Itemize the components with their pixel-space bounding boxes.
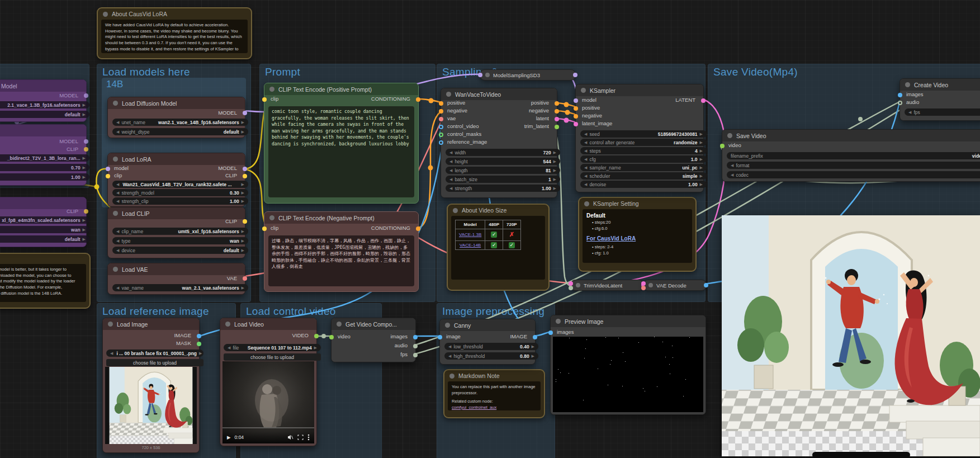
- collapse-dot[interactable]: [581, 88, 586, 93]
- node-load-diffusion-model[interactable]: Load Diffusion Model MODEL ◀unet_namewan…: [107, 97, 245, 138]
- collapse-dot[interactable]: [485, 73, 490, 77]
- widget-strength-clip[interactable]: ◀strength_clip1.00▶: [112, 197, 248, 205]
- widget-clip-name[interactable]: xl_fp8_e4m3fn_scaled.safetensors▶: [0, 216, 89, 224]
- input-port-video[interactable]: [720, 144, 725, 148]
- note-ksampler-setting[interactable]: KSampler Setting Default • steps:20 • cf…: [578, 197, 697, 272]
- widget-strength-model[interactable]: ◀strength_model0.30▶: [112, 189, 248, 196]
- widget-high-threshold[interactable]: ◀high_threshold0.80▶: [444, 352, 538, 360]
- output-port-audio[interactable]: [413, 344, 418, 348]
- widget-type[interactable]: ◀typewan▶: [112, 237, 248, 244]
- node-wanvacetovideo[interactable]: WanVaceToVideo positive negative vae con…: [441, 88, 557, 198]
- result-image-preview[interactable]: [722, 215, 980, 456]
- note-model-choice[interactable]: e 14B model is better, but it takes long…: [0, 253, 91, 309]
- widget-seed[interactable]: ◀seed518569672430081▶: [580, 130, 707, 138]
- upload-button[interactable]: choose file to upload: [106, 359, 203, 366]
- note-markdown[interactable]: Markdown Note You can replace this part …: [443, 369, 545, 418]
- output-port-latent[interactable]: [701, 98, 706, 103]
- output-port-mask[interactable]: [197, 342, 201, 346]
- node-create-video[interactable]: Create Video images audio ◀fps: [899, 78, 980, 121]
- widget-unet-name[interactable]: 2.1_vace_1.3B_fp16.safetensors▶: [0, 101, 89, 108]
- output-port-image[interactable]: [704, 283, 708, 287]
- input-port-vae[interactable]: [439, 117, 443, 121]
- widget-clip-name[interactable]: ◀clip_nameumt5_xxl_fp16.safetensors▶: [112, 228, 248, 235]
- widget-fps[interactable]: ◀fps: [905, 108, 980, 116]
- input-port-negative[interactable]: [439, 109, 443, 114]
- widget-image-file[interactable]: ◀i ... 00 brash face fix 01_00001_.png▶: [106, 350, 203, 357]
- widget-scheduler[interactable]: ◀schedulersimple▶: [580, 172, 707, 180]
- node-preview-image[interactable]: Preview Image images: [550, 315, 706, 415]
- node-modelsamplingsd3-collapsed[interactable]: ModelSamplingSD3: [480, 69, 576, 81]
- output-port-vae[interactable]: [243, 276, 247, 281]
- input-port-negative[interactable]: [574, 114, 578, 119]
- input-port-audio[interactable]: [898, 101, 902, 105]
- collapse-dot[interactable]: [648, 283, 653, 287]
- widget-batch-size[interactable]: ◀batch_size1▶: [446, 176, 560, 183]
- widget-lora-name[interactable]: ◀Wan21_CausVid_14B_T2V_lora_rank32.safet…: [112, 181, 248, 188]
- widget-codec[interactable]: ◀codec: [727, 171, 980, 178]
- collapse-dot[interactable]: [446, 92, 451, 97]
- node-load-video[interactable]: Load Video VIDEO ◀fileSequence 01 107 to…: [220, 318, 317, 446]
- widget-unet-name[interactable]: ◀unet_namewan2.1_vace_14B_fp16.safetenso…: [112, 119, 248, 126]
- output-port-clip[interactable]: [84, 209, 88, 214]
- node-clip-text-encode-negative[interactable]: CLIP Text Encode (Negative Prompt) clip …: [264, 211, 419, 292]
- group-title[interactable]: Load reference image: [102, 305, 209, 318]
- widget-type[interactable]: wan▶: [0, 226, 89, 233]
- preview-toolbar[interactable]: [812, 452, 910, 458]
- node-load-image[interactable]: Load Image IMAGE MASK ◀i ... 00 brash fa…: [102, 318, 200, 453]
- widget-sampler-name[interactable]: ◀sampler_nameuni_pc▶: [580, 164, 707, 171]
- collapse-dot[interactable]: [269, 87, 274, 92]
- input-port-vae[interactable]: [641, 286, 646, 290]
- input-port-control-masks[interactable]: [439, 133, 443, 137]
- collapse-dot[interactable]: [453, 208, 458, 213]
- canny-edge-preview[interactable]: [553, 337, 703, 412]
- output-port-negative[interactable]: [555, 109, 559, 114]
- negative-prompt-textarea[interactable]: 过曝，静态，细节模糊不清，字幕，风格，作品，画作，画面，静止，整体发灰，最差质量…: [268, 235, 414, 286]
- video-controls[interactable]: ▶ 0:04: [222, 431, 314, 443]
- input-port-image[interactable]: [438, 335, 442, 339]
- video-player[interactable]: ▶ 0:04: [222, 361, 314, 443]
- group-title[interactable]: Load models here: [102, 66, 190, 78]
- input-port-clip[interactable]: [106, 174, 110, 178]
- widget-denoise[interactable]: ◀denoise1.00▶: [580, 181, 707, 188]
- collapse-dot[interactable]: [269, 215, 274, 220]
- note-about-video-size[interactable]: About Video Size Model 480P 720P VACE-1.…: [447, 204, 550, 291]
- output-port-clip[interactable]: [243, 174, 247, 178]
- widget-weight-dtype[interactable]: ◀weight_dtypedefault▶: [112, 128, 248, 135]
- collapse-dot[interactable]: [576, 283, 580, 287]
- input-port-reference-image[interactable]: [439, 140, 443, 145]
- comfyui-canvas[interactable]: Load models here 14B Prompt Sampling & S…: [0, 0, 980, 458]
- output-port-image[interactable]: [197, 334, 201, 338]
- vace-1-3b-link[interactable]: VACE-1.3B: [459, 232, 481, 237]
- output-port-model[interactable]: [243, 111, 247, 115]
- widget-strength-model[interactable]: 0.70▶: [0, 164, 89, 171]
- input-port-model[interactable]: [574, 98, 578, 103]
- collapse-dot[interactable]: [584, 201, 589, 206]
- input-port-samples[interactable]: [641, 281, 646, 286]
- collapse-dot[interactable]: [113, 211, 118, 216]
- collapse-dot[interactable]: [113, 101, 118, 106]
- collapse-dot[interactable]: [445, 323, 450, 328]
- upload-button[interactable]: choose file to upload: [224, 353, 321, 361]
- note-about-causvid[interactable]: About CausVid LoRA We have added CausVid…: [97, 7, 252, 59]
- output-port-latent[interactable]: [555, 117, 559, 121]
- widget-height[interactable]: ◀height544▶: [446, 158, 560, 165]
- vace-14b-link[interactable]: VACE-14B: [460, 243, 481, 248]
- collapse-dot[interactable]: [108, 322, 113, 327]
- widget-vae-name[interactable]: ◀vae_namewan_2.1_vae.safetensors▶: [112, 284, 248, 291]
- widget-steps[interactable]: ◀steps4▶: [580, 147, 707, 154]
- widget-device[interactable]: ◀devicedefault▶: [112, 247, 248, 254]
- output-port-model[interactable]: [573, 73, 577, 77]
- widget-length[interactable]: ◀length81▶: [446, 167, 560, 174]
- node-ksampler[interactable]: KSampler model positive negative latent_…: [575, 84, 704, 192]
- widget-width[interactable]: ◀width720▶: [446, 149, 560, 156]
- collapse-dot[interactable]: [225, 322, 230, 327]
- node-load-clip-fp8[interactable]: CLIP xl_fp8_e4m3fn_scaled.safetensors▶ w…: [0, 197, 87, 247]
- collapse-dot[interactable]: [113, 267, 118, 272]
- widget-low-threshold[interactable]: ◀low_threshold0.40▶: [444, 343, 538, 350]
- input-port-positive[interactable]: [574, 106, 578, 111]
- collapse-dot[interactable]: [556, 319, 561, 324]
- output-port-images[interactable]: [413, 335, 418, 339]
- widget-lora-name[interactable]: _bidirect2_T2V_1_3B_lora_ran...▶: [0, 154, 89, 162]
- reference-image-preview[interactable]: [105, 367, 197, 444]
- output-port-video[interactable]: [314, 334, 319, 338]
